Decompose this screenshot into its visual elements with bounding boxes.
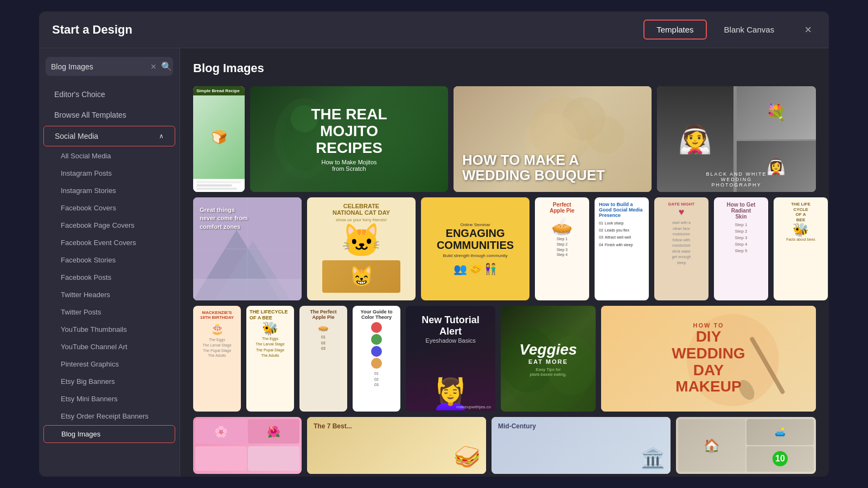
template-row-1: Simple Bread Recipe 🍞 — [193, 86, 816, 192]
midcentury-title: Mid-Century — [498, 422, 536, 430]
veggies-text: Veggies EAT MORE Easy Tips forplant-base… — [519, 341, 577, 377]
lifecycle-title: THE LIFECYCLEOF ABEE — [778, 202, 824, 222]
date-heart-icon: ♥ — [659, 207, 704, 218]
midcentury-icon: 🏛️ — [641, 447, 665, 470]
template-row-4: 🌸 🌺 The 7 Best... 🥪 Mid-Century — [193, 417, 816, 474]
color-theory-title: Your Guide to Color Theory — [356, 309, 397, 320]
template-mid-century[interactable]: Mid-Century 🏛️ — [492, 417, 671, 474]
mojito-text: THE REALMOJITORECIPES How to Make Mojito… — [311, 106, 387, 171]
collage-cell-3: 10 — [746, 446, 814, 472]
template-mojito[interactable]: THE REALMOJITORECIPES How to Make Mojito… — [250, 86, 448, 192]
template-row-3: MACKENZIE'S18TH BIRTHDAY 🎂 The EggsThe L… — [193, 306, 816, 412]
bee2-icon: 🐝 — [250, 321, 291, 336]
diy-title: DIYWEDDINGDAYMAKEUP — [672, 329, 745, 395]
sidebar-sub-youtube-channel-art[interactable]: YouTube Channel Art — [43, 338, 175, 355]
sidebar-sub-pinterest-graphics[interactable]: Pinterest Graphics — [43, 356, 175, 373]
cat-emoji: 🐱 — [341, 224, 382, 257]
sidebar-sub-etsy-mini-banners[interactable]: Etsy Mini Banners — [43, 390, 175, 407]
communities-label: Online Seminar — [460, 222, 490, 227]
bee-icon: 🐝 — [778, 222, 824, 237]
template-sandwich[interactable]: The 7 Best... 🥪 — [307, 417, 486, 474]
template-pink-partial[interactable]: 🌸 🌺 — [193, 417, 302, 474]
template-recipe[interactable]: Simple Bread Recipe 🍞 — [193, 86, 245, 192]
modal-title: Start a Design — [52, 23, 132, 37]
chevron-up-icon: ∧ — [159, 132, 164, 140]
pie-emoji: 🥧 — [551, 216, 573, 236]
sidebar-item-editors-choice[interactable]: Editor's Choice — [43, 85, 175, 104]
modal: Start a Design Templates Blank Canvas × … — [39, 11, 829, 477]
search-input[interactable] — [51, 62, 146, 71]
search-box: ✕ 🔍 — [46, 57, 173, 76]
template-diy-makeup[interactable]: How To DIYWEDDINGDAYMAKEUP — [601, 306, 816, 412]
template-apple-pie[interactable]: PerfectApple Pie 🥧 Step 1Step 2Step 3Ste… — [535, 197, 589, 300]
sandwich-emoji: 🥪 — [454, 444, 481, 470]
color-circle-blue — [371, 346, 382, 357]
recipe-header: Simple Bread Recipe — [193, 86, 245, 95]
main-content[interactable]: Blog Images Simple Bread Recipe 🍞 — [180, 48, 829, 477]
search-submit-button[interactable]: 🔍 — [161, 61, 172, 72]
template-social-presence[interactable]: How to Build a Good Social Media Presenc… — [595, 197, 649, 300]
sidebar-sub-blog-images[interactable]: Blog Images — [43, 425, 175, 443]
sidebar-sub-facebook-posts[interactable]: Facebook Posts — [43, 269, 175, 286]
template-birthday[interactable]: MACKENZIE'S18TH BIRTHDAY 🎂 The EggsThe L… — [193, 306, 241, 412]
mountain-text: Great thingsnever come fromcomfort zones — [200, 206, 248, 231]
sidebar-sub-twitter-headers[interactable]: Twitter Headers — [43, 286, 175, 303]
template-bw-wedding[interactable]: 👰 💐 👰‍♀️ BLACK AND WHITEWEDDINGPHOTOGRAP… — [657, 86, 816, 192]
sidebar-section-social-media[interactable]: Social Media ∧ — [43, 126, 175, 146]
tab-blank-canvas[interactable]: Blank Canvas — [711, 20, 788, 40]
template-radiant-skin[interactable]: How to GetRadiantSkin Step 1Step 2Step 3… — [714, 197, 768, 300]
color-circle-orange — [371, 358, 382, 369]
collage-cell-1: 🏠 — [678, 419, 745, 472]
birthday-title: MACKENZIE'S18TH BIRTHDAY — [196, 310, 238, 320]
collage-right: 🛋️ 10 — [746, 419, 814, 472]
applepie2-title: The PerfectApple Pie — [303, 309, 344, 320]
sidebar-sub-instagram-posts[interactable]: Instagram Posts — [43, 165, 175, 182]
diy-text-container: How To DIYWEDDINGDAYMAKEUP — [672, 322, 745, 395]
sidebar-sub-etsy-big-banners[interactable]: Etsy Big Banners — [43, 373, 175, 390]
section-title: Blog Images — [193, 61, 816, 75]
template-bee-lifecycle2[interactable]: THE LIFECYCLEOF A BEE 🐝 The EggsThe Larv… — [246, 306, 294, 412]
sidebar-sub-etsy-order-receipt[interactable]: Etsy Order Receipt Banners — [43, 408, 175, 425]
sidebar-sub-facebook-event-covers[interactable]: Facebook Event Covers — [43, 234, 175, 251]
template-veggies[interactable]: Veggies EAT MORE Easy Tips forplant-base… — [501, 306, 596, 412]
template-mountain[interactable]: Great thingsnever come fromcomfort zones — [193, 197, 302, 300]
template-cat[interactable]: CELEBRATENATIONAL CAT DAYshow us your fu… — [307, 197, 416, 300]
sidebar-item-browse-all[interactable]: Browse All Templates — [43, 105, 175, 125]
date-title: DATE NIGHT — [659, 202, 704, 207]
sidebar-item-label: Browse All Templates — [54, 111, 126, 119]
collage-cell-2: 🛋️ — [746, 419, 814, 445]
sidebar-sub-twitter-posts[interactable]: Twitter Posts — [43, 304, 175, 320]
color-circle-green — [371, 334, 382, 345]
template-color-theory[interactable]: Your Guide to Color Theory 010203 — [353, 306, 400, 412]
tab-templates[interactable]: Templates — [643, 20, 706, 40]
sidebar-sub-facebook-page-covers[interactable]: Facebook Page Covers — [43, 217, 175, 234]
communities-title: ENGAGINGCOMMUNITIES — [437, 227, 514, 251]
pink-grid: 🌸 🌺 — [193, 417, 302, 474]
tab-group: Templates Blank Canvas — [643, 20, 787, 40]
template-apple-pie-2[interactable]: The PerfectApple Pie 🥧 010203 — [299, 306, 347, 412]
social-list: 01Look sharp 02Leads you flex 03Attract … — [599, 220, 644, 248]
template-communities[interactable]: Online Seminar ENGAGINGCOMMUNITIES Build… — [421, 197, 529, 300]
radiant-title: How to GetRadiantSkin — [718, 202, 764, 220]
template-photo-collage[interactable]: 🏠 🛋️ 10 — [676, 417, 816, 474]
template-lifecycle-bee[interactable]: THE LIFECYCLEOF ABEE 🐝 Facts about bees — [774, 197, 828, 300]
template-tutorial[interactable]: New Tutorial Alert Eyeshadow Basics 💆‍♀️… — [406, 306, 495, 412]
sidebar-sub-facebook-covers[interactable]: Facebook Covers — [43, 200, 175, 216]
close-button[interactable]: × — [800, 21, 816, 39]
sidebar-sub-facebook-stories[interactable]: Facebook Stories — [43, 252, 175, 268]
template-date-night[interactable]: DATE NIGHT ♥ start with aclean facemoist… — [654, 197, 709, 300]
search-clear-button[interactable]: ✕ — [150, 62, 157, 71]
template-wedding-bouquet[interactable]: HOW TO MAKE AWEDDING BOUQUET — [454, 86, 652, 192]
recipe-img: 🍞 — [193, 95, 245, 179]
template-row-2: Great thingsnever come fromcomfort zones… — [193, 197, 816, 300]
tutorial-text: New Tutorial Alert Eyeshadow Basics — [414, 314, 487, 344]
color-circle-red — [371, 322, 382, 333]
cat-title: CELEBRATENATIONAL CAT DAYshow us your fu… — [333, 203, 390, 222]
pie-text: Step 1Step 2Step 3Step 4 — [557, 236, 567, 258]
sidebar-sub-instagram-stories[interactable]: Instagram Stories — [43, 182, 175, 199]
sidebar-item-label: Editor's Choice — [54, 90, 105, 99]
sidebar-sub-youtube-thumbnails[interactable]: YouTube Thumbnails — [43, 321, 175, 338]
recipe-content — [193, 179, 245, 192]
sandwich-title: The 7 Best... — [314, 422, 352, 430]
sidebar-sub-all-social[interactable]: All Social Media — [43, 147, 175, 164]
